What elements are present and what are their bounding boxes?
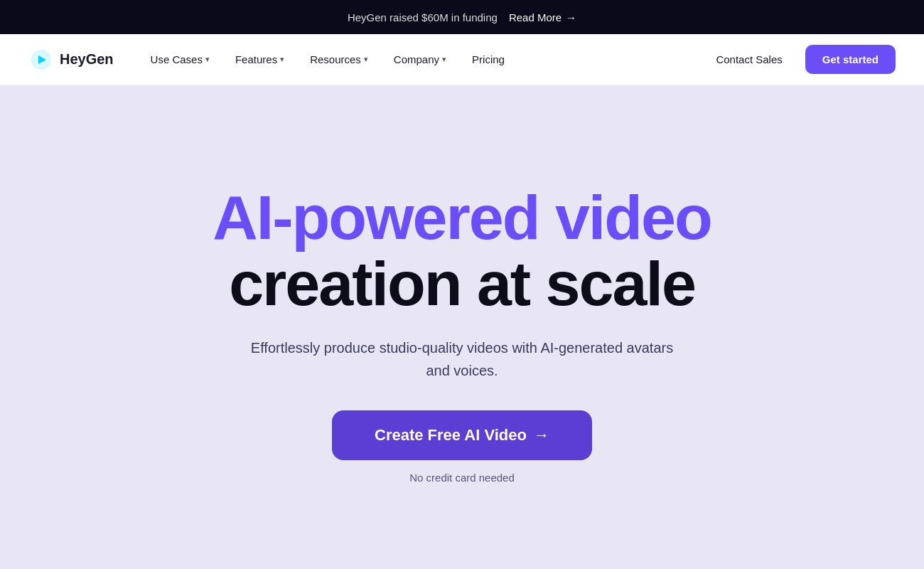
chevron-down-icon: ▾	[205, 55, 210, 64]
logo-icon	[28, 47, 54, 73]
nav-item-pricing[interactable]: Pricing	[461, 48, 516, 71]
hero-section: AI-powered video creation at scale Effor…	[0, 85, 924, 569]
announcement-text: HeyGen raised $60M in funding	[348, 11, 498, 23]
logo-text: HeyGen	[60, 51, 114, 68]
logo[interactable]: HeyGen	[28, 47, 114, 73]
navbar: HeyGen Use Cases ▾ Features ▾ Resources …	[0, 34, 924, 85]
nav-right: Contact Sales Get started	[704, 45, 896, 74]
nav-item-features[interactable]: Features ▾	[224, 48, 296, 71]
hero-title-line1: AI-powered video	[213, 185, 711, 250]
cta-label: Create Free AI Video	[375, 426, 527, 445]
hero-title-line2: creation at scale	[213, 251, 711, 317]
nav-company-label: Company	[394, 53, 439, 65]
nav-resources-label: Resources	[310, 53, 361, 65]
nav-item-company[interactable]: Company ▾	[382, 48, 458, 71]
nav-item-use-cases[interactable]: Use Cases ▾	[139, 48, 221, 71]
chevron-down-icon: ▾	[442, 55, 446, 64]
hero-subtitle: Effortlessly produce studio-quality vide…	[249, 336, 675, 382]
get-started-button[interactable]: Get started	[805, 45, 896, 74]
read-more-link[interactable]: Read More →	[509, 11, 576, 23]
no-credit-card-text: No credit card needed	[409, 472, 515, 484]
create-free-ai-video-button[interactable]: Create Free AI Video →	[332, 410, 592, 460]
contact-sales-link[interactable]: Contact Sales	[704, 48, 793, 71]
nav-use-cases-label: Use Cases	[151, 53, 203, 65]
chevron-down-icon: ▾	[364, 55, 368, 64]
read-more-label: Read More	[509, 11, 562, 23]
nav-item-resources[interactable]: Resources ▾	[299, 48, 380, 71]
nav-links: Use Cases ▾ Features ▾ Resources ▾ Compa…	[139, 48, 705, 71]
chevron-down-icon: ▾	[280, 55, 284, 64]
cta-arrow: →	[534, 426, 549, 445]
nav-pricing-label: Pricing	[472, 53, 505, 65]
announcement-bar: HeyGen raised $60M in funding Read More …	[0, 0, 924, 34]
read-more-arrow: →	[566, 11, 576, 23]
nav-features-label: Features	[235, 53, 277, 65]
